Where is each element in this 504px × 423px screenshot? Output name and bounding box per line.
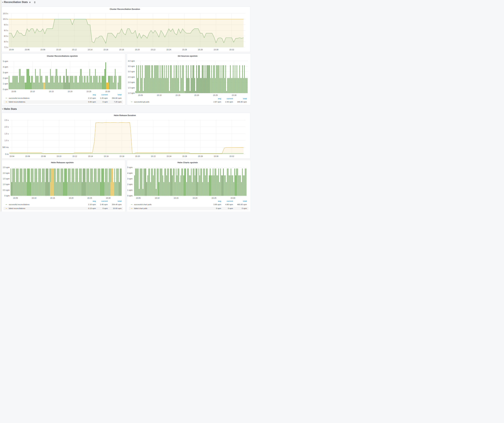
svg-text:15:20: 15:20 [135,48,140,51]
svg-text:15:16: 15:16 [103,48,108,51]
svg-text:15:22: 15:22 [150,48,155,51]
svg-text:9.5 s: 9.5 s [4,24,8,26]
svg-text:15:30: 15:30 [214,155,218,158]
svg-text:2.0 s: 2.0 s [5,126,9,128]
svg-text:1.0 s: 1.0 s [5,139,9,141]
svg-text:15:12: 15:12 [72,155,77,158]
svg-text:10.5 s: 10.5 s [3,12,8,15]
svg-text:15:24: 15:24 [167,155,171,158]
svg-text:0 ns: 0 ns [5,153,9,155]
svg-text:15:08: 15:08 [41,155,46,158]
svg-text:15:32: 15:32 [229,48,234,51]
svg-text:15:16: 15:16 [104,155,108,158]
svg-text:8.0 s: 8.0 s [4,41,8,43]
svg-text:15:10: 15:10 [57,155,61,158]
svg-text:10.0 s: 10.0 s [3,18,8,20]
svg-text:15:32: 15:32 [229,155,234,158]
svg-text:15:06: 15:06 [25,48,30,51]
svg-text:15:20: 15:20 [135,155,140,158]
svg-text:15:08: 15:08 [40,48,45,51]
svg-text:2.5 s: 2.5 s [5,119,9,121]
svg-text:15:26: 15:26 [182,48,187,51]
svg-text:9.0 s: 9.0 s [4,29,8,31]
svg-text:15:28: 15:28 [198,155,203,158]
svg-text:15:28: 15:28 [198,48,203,51]
svg-text:1.5 s: 1.5 s [5,133,9,135]
svg-text:500 ms: 500 ms [2,146,9,148]
svg-text:15:10: 15:10 [56,48,61,51]
svg-text:15:18: 15:18 [119,48,124,51]
svg-text:7.5 s: 7.5 s [4,46,8,48]
svg-text:15:12: 15:12 [72,48,77,51]
svg-text:15:22: 15:22 [151,155,156,158]
svg-text:15:14: 15:14 [88,155,93,158]
svg-text:15:14: 15:14 [88,48,92,51]
svg-text:15:18: 15:18 [119,155,124,158]
svg-text:15:24: 15:24 [166,48,171,51]
svg-text:15:06: 15:06 [25,155,30,158]
svg-text:15:04: 15:04 [10,155,14,158]
svg-text:15:26: 15:26 [182,155,187,158]
svg-text:15:30: 15:30 [214,48,218,51]
svg-text:15:04: 15:04 [9,48,14,51]
svg-text:8.5 s: 8.5 s [4,35,8,37]
